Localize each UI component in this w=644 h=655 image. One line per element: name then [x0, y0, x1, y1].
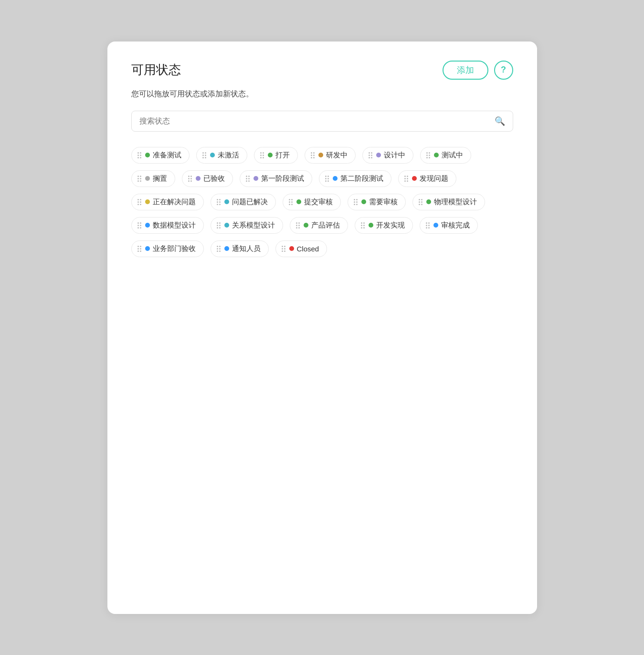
tag-label: 未激活: [218, 151, 239, 160]
list-item[interactable]: 已验收: [182, 170, 233, 187]
drag-handle-icon: [425, 151, 431, 159]
tag-label: 搁置: [153, 174, 167, 183]
drag-handle-icon: [137, 151, 142, 159]
tag-label: 产品评估: [311, 221, 340, 230]
drag-handle-icon: [187, 175, 193, 183]
tag-label: 已验收: [203, 174, 225, 183]
list-item[interactable]: 第一阶段测试: [240, 170, 312, 187]
tag-label: 关系模型设计: [232, 221, 275, 230]
status-dot: [145, 246, 150, 251]
list-item[interactable]: 产品评估: [290, 217, 348, 234]
status-dot: [145, 199, 150, 204]
tag-label: 提交审核: [304, 198, 333, 207]
drag-handle-icon: [295, 221, 301, 229]
subtitle: 您可以拖放可用状态或添加新状态。: [131, 89, 513, 99]
tag-label: 发现问题: [420, 174, 448, 183]
status-dot: [369, 223, 373, 228]
tag-label: 业务部门验收: [153, 244, 196, 253]
list-item[interactable]: 发现问题: [398, 170, 456, 187]
drag-handle-icon: [137, 221, 142, 229]
status-dot: [145, 153, 150, 157]
list-item[interactable]: 通知人员: [211, 240, 269, 257]
status-dot: [426, 199, 431, 204]
drag-handle-icon: [353, 198, 359, 206]
drag-handle-icon: [425, 221, 431, 229]
tag-label: 开发实现: [376, 221, 405, 230]
list-item[interactable]: Closed: [275, 240, 327, 257]
status-dot: [210, 153, 215, 157]
search-input[interactable]: [139, 117, 495, 125]
header: 可用状态 添加 ?: [131, 61, 513, 80]
list-item[interactable]: 研发中: [305, 147, 356, 164]
help-button[interactable]: ?: [494, 61, 513, 80]
search-bar: 🔍: [131, 111, 513, 132]
list-item[interactable]: 搁置: [131, 170, 175, 187]
drag-handle-icon: [418, 198, 423, 206]
status-dot: [145, 223, 150, 228]
tag-label: 需要审核: [369, 198, 398, 207]
tag-label: 测试中: [442, 151, 463, 160]
status-dot: [318, 153, 323, 157]
drag-handle-icon: [216, 221, 222, 229]
drag-handle-icon: [310, 151, 316, 159]
list-item[interactable]: 业务部门验收: [131, 240, 204, 257]
list-item[interactable]: 审核完成: [420, 217, 478, 234]
tag-label: 设计中: [384, 151, 405, 160]
list-item[interactable]: 提交审核: [283, 194, 341, 210]
drag-handle-icon: [288, 198, 294, 206]
drag-handle-icon: [216, 245, 222, 253]
list-item[interactable]: 需要审核: [348, 194, 406, 210]
list-item[interactable]: 测试中: [420, 147, 471, 164]
list-item[interactable]: 未激活: [196, 147, 247, 164]
status-dot: [434, 153, 439, 157]
drag-handle-icon: [245, 175, 251, 183]
status-dot: [268, 153, 273, 157]
list-item[interactable]: 数据模型设计: [131, 217, 204, 234]
drag-handle-icon: [137, 245, 142, 253]
drag-handle-icon: [201, 151, 207, 159]
add-button[interactable]: 添加: [443, 61, 488, 80]
list-item[interactable]: 第二阶段测试: [319, 170, 391, 187]
list-item[interactable]: 问题已解决: [211, 194, 276, 210]
drag-handle-icon: [403, 175, 409, 183]
tag-label: 第二阶段测试: [340, 174, 383, 183]
list-item[interactable]: 准备测试: [131, 147, 190, 164]
list-item[interactable]: 设计中: [362, 147, 413, 164]
list-item[interactable]: 打开: [254, 147, 298, 164]
tag-label: 审核完成: [441, 221, 470, 230]
tag-label: 正在解决问题: [153, 198, 196, 207]
tag-label: 打开: [275, 151, 290, 160]
drag-handle-icon: [281, 245, 286, 253]
status-dot: [376, 153, 381, 157]
search-icon: 🔍: [495, 116, 505, 126]
status-dot: [412, 176, 417, 181]
page-title: 可用状态: [131, 62, 181, 78]
status-dot: [333, 176, 338, 181]
drag-handle-icon: [137, 175, 142, 183]
status-dot: [289, 246, 294, 251]
status-dot: [304, 223, 308, 228]
status-dot: [224, 246, 229, 251]
list-item[interactable]: 正在解决问题: [131, 194, 204, 210]
main-card: 可用状态 添加 ? 您可以拖放可用状态或添加新状态。 🔍 准备测试 未激活 打开…: [107, 42, 537, 614]
tag-label: 研发中: [326, 151, 348, 160]
status-dot: [196, 176, 201, 181]
drag-handle-icon: [324, 175, 330, 183]
drag-handle-icon: [368, 151, 373, 159]
status-dot: [224, 199, 229, 204]
list-item[interactable]: 物理模型设计: [412, 194, 485, 210]
status-dot: [433, 223, 438, 228]
header-actions: 添加 ?: [443, 61, 513, 80]
tags-container: 准备测试 未激活 打开 研发中 设计中 测试中 搁置 已验收 第一阶段测试 第二…: [131, 147, 513, 257]
tag-label: 物理模型设计: [434, 198, 477, 207]
tag-label: 通知人员: [232, 244, 261, 253]
status-dot: [145, 176, 150, 181]
tag-label: 准备测试: [153, 151, 181, 160]
drag-handle-icon: [360, 221, 366, 229]
status-dot: [253, 176, 258, 181]
drag-handle-icon: [259, 151, 265, 159]
status-dot: [224, 223, 229, 228]
list-item[interactable]: 关系模型设计: [211, 217, 283, 234]
list-item[interactable]: 开发实现: [355, 217, 413, 234]
tag-label: 问题已解决: [232, 198, 268, 207]
